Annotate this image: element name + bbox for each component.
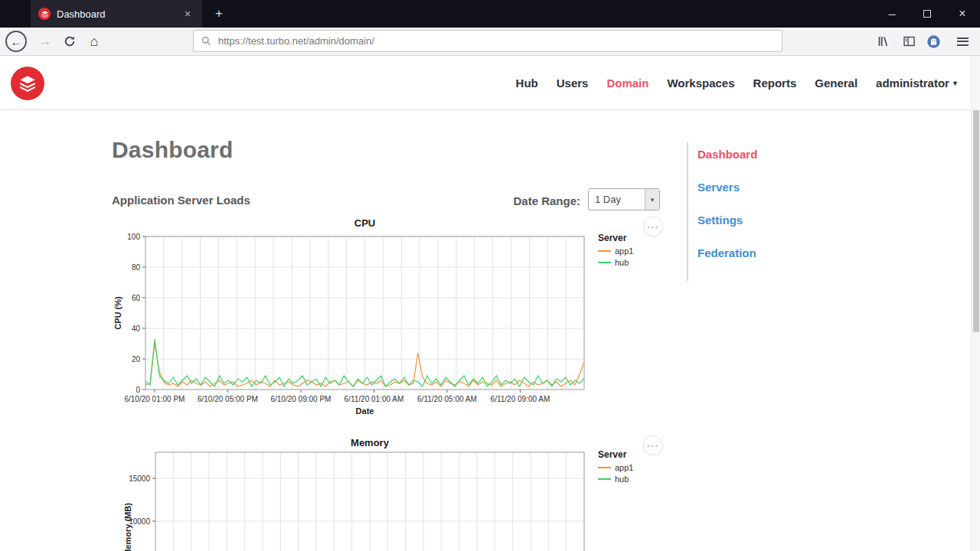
memory-chart-block: Memory 0500010000150006/10/20 01:00 PM6/… (107, 437, 674, 551)
layers-icon (18, 73, 38, 93)
app1-swatch (598, 467, 611, 468)
url-bar[interactable]: https://test.turbo.net/admin/domain/ (193, 30, 782, 52)
select-caret-icon: ▾ (645, 189, 659, 210)
date-range-label: Date Range: (467, 194, 580, 207)
sidebar-item-servers[interactable]: Servers (697, 181, 817, 194)
sidebar-item-dashboard[interactable]: Dashboard (697, 148, 817, 161)
page-side-menu: Dashboard Servers Settings Federation (687, 142, 817, 281)
cpu-chart-menu-button[interactable]: ··· (643, 217, 663, 236)
svg-text:15000: 15000 (129, 474, 150, 483)
memory-chart: 0500010000150006/10/20 01:00 PM6/10/20 0… (107, 437, 605, 551)
svg-text:100: 100 (127, 233, 140, 241)
browser-toolbar: ← → ⌂ https://test.turbo.net/admin/domai… (0, 28, 980, 56)
nav-users[interactable]: Users (557, 77, 589, 90)
sidebar-toggle-button[interactable] (899, 32, 919, 51)
svg-text:6/10/20 01:00 PM: 6/10/20 01:00 PM (124, 395, 185, 403)
svg-text:Memory (MB): Memory (MB) (123, 503, 132, 551)
svg-text:20: 20 (132, 355, 141, 364)
hub-swatch (598, 262, 611, 263)
header-divider (0, 109, 980, 110)
library-icon (877, 35, 890, 47)
sidebar-item-settings[interactable]: Settings (697, 214, 817, 227)
hamburger-icon (957, 37, 969, 46)
nav-reports[interactable]: Reports (753, 77, 797, 90)
hub-swatch (598, 478, 611, 480)
section-title: Application Server Loads (112, 194, 250, 207)
app1-swatch (598, 250, 611, 252)
new-tab-button[interactable]: + (208, 3, 230, 24)
url-text: https://test.turbo.net/admin/domain/ (218, 35, 374, 47)
site-favicon-icon (38, 8, 51, 20)
svg-text:60: 60 (132, 294, 141, 302)
legend-item-app1: app1 (598, 463, 667, 472)
reload-icon (64, 35, 76, 47)
page-title: Dashboard (112, 137, 234, 163)
sidebar-icon (903, 35, 916, 47)
minimize-button[interactable]: ─ (874, 0, 910, 28)
close-window-button[interactable]: × (945, 0, 980, 28)
search-icon (201, 36, 211, 46)
scrollbar-thumb[interactable] (973, 110, 979, 332)
maximize-button[interactable] (910, 0, 945, 28)
svg-text:6/11/20 01:00 AM: 6/11/20 01:00 AM (345, 395, 404, 403)
back-button[interactable]: ← (5, 31, 27, 52)
sidebar-item-federation[interactable]: Federation (697, 246, 817, 259)
legend-item-hub: hub (598, 258, 667, 267)
svg-text:CPU (%): CPU (%) (113, 296, 122, 330)
forward-button[interactable]: → (34, 30, 57, 53)
tab-title: Dashboard (57, 8, 175, 20)
nav-general[interactable]: General (815, 77, 858, 90)
nav-domain[interactable]: Domain (606, 77, 648, 90)
date-range-value: 1 Day (589, 194, 645, 205)
svg-text:40: 40 (132, 324, 141, 333)
home-button[interactable]: ⌂ (83, 30, 106, 53)
svg-text:6/11/20 09:00 AM: 6/11/20 09:00 AM (491, 395, 550, 403)
cpu-chart: 0204060801006/10/20 01:00 PM6/10/20 05:0… (107, 217, 605, 420)
nav-workspaces[interactable]: Workspaces (667, 77, 734, 90)
reload-button[interactable] (58, 30, 81, 53)
extension-ghost-button[interactable] (923, 32, 943, 51)
web-page: Hub Users Domain Workspaces Reports Gene… (0, 56, 980, 551)
legend-item-app1: app1 (598, 246, 667, 256)
ghost-extension-icon (926, 34, 941, 49)
svg-text:6/11/20 05:00 AM: 6/11/20 05:00 AM (417, 395, 477, 403)
date-range-select[interactable]: 1 Day ▾ (588, 188, 660, 210)
memory-chart-menu-button[interactable]: ··· (643, 435, 663, 455)
browser-tab[interactable]: Dashboard × (31, 0, 202, 28)
page-scrollbar[interactable] (971, 56, 980, 551)
svg-text:0: 0 (136, 386, 140, 394)
tab-close-icon[interactable]: × (181, 8, 194, 20)
svg-text:Date: Date (356, 406, 374, 416)
maximize-icon (923, 10, 931, 18)
cpu-legend: Server app1 hub (598, 233, 667, 269)
svg-text:6/10/20 05:00 PM: 6/10/20 05:00 PM (198, 395, 258, 403)
menu-button[interactable] (952, 32, 972, 51)
nav-administrator-dropdown[interactable]: administrator ▾ (876, 77, 957, 90)
svg-text:80: 80 (132, 263, 141, 272)
svg-text:6/10/20 09:00 PM: 6/10/20 09:00 PM (270, 395, 331, 403)
window-controls: ─ × (874, 0, 980, 28)
site-nav: Hub Users Domain Workspaces Reports Gene… (516, 56, 957, 109)
browser-window: Dashboard × + ─ × ← → ⌂ https://test.tur… (0, 0, 980, 551)
legend-item-hub: hub (598, 474, 667, 484)
chevron-down-icon: ▾ (953, 79, 957, 87)
title-bar: Dashboard × + ─ × (0, 0, 980, 28)
turbo-logo[interactable] (11, 67, 44, 100)
library-button[interactable] (873, 32, 893, 51)
nav-hub[interactable]: Hub (516, 77, 538, 90)
cpu-chart-block: CPU 0204060801006/10/20 01:00 PM6/10/20 … (107, 217, 674, 437)
